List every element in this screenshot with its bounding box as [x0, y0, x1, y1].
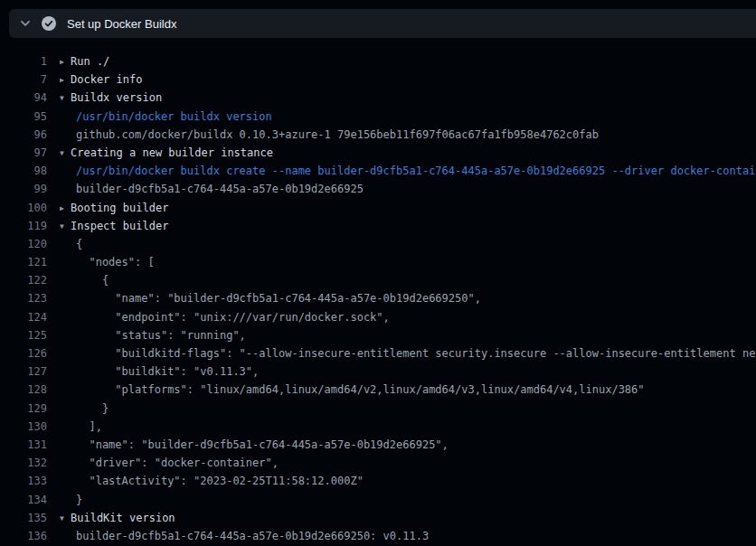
log-output-text: "status": "running", [60, 326, 756, 344]
log-line: 133 "lastActivity": "2023-02-25T11:58:12… [0, 472, 756, 490]
log-output-text: ], [60, 418, 756, 436]
log-output-text: { [60, 271, 756, 289]
log-group-row[interactable]: ▼Buildx version [60, 89, 756, 107]
log-viewer: 1 ▶Run ./ 7 ▶Docker info 94 ▼Buildx vers… [0, 38, 756, 546]
log-output-text: } [60, 400, 756, 418]
triangle-right-icon[interactable]: ▶ [60, 200, 71, 217]
triangle-right-icon[interactable]: ▶ [60, 53, 71, 71]
log-output-text: "platforms": "linux/amd64,linux/amd64/v2… [60, 381, 756, 399]
line-number[interactable]: 129 [0, 400, 47, 418]
triangle-down-icon[interactable]: ▼ [60, 510, 71, 527]
triangle-down-icon[interactable]: ▼ [60, 218, 71, 235]
line-number[interactable]: 122 [0, 271, 47, 289]
log-line: 129 } [0, 400, 756, 418]
step-title: Set up Docker Buildx [67, 17, 176, 31]
log-output-text: "endpoint": "unix:///var/run/docker.sock… [60, 308, 756, 326]
log-output-text: { [60, 235, 756, 253]
log-output-text: github.com/docker/buildx 0.10.3+azure-1 … [60, 126, 756, 144]
log-group-row[interactable]: ▼Inspect builder [60, 217, 756, 235]
log-line: 95 /usr/bin/docker buildx version [0, 108, 756, 126]
check-circle-icon [42, 16, 56, 31]
log-group-row[interactable]: ▶Run ./ [60, 52, 756, 71]
chevron-down-icon[interactable] [19, 17, 32, 30]
line-number[interactable]: 95 [0, 108, 47, 126]
line-number[interactable]: 119 [0, 217, 47, 235]
triangle-down-icon[interactable]: ▼ [60, 145, 71, 162]
line-number[interactable]: 7 [0, 71, 47, 89]
line-number[interactable]: 1 [0, 52, 47, 71]
log-line: 1 ▶Run ./ [0, 52, 756, 71]
line-number[interactable]: 96 [0, 126, 47, 144]
log-group-row[interactable]: ▼BuildKit version [60, 509, 756, 527]
log-group-row[interactable]: ▶Docker info [60, 71, 756, 89]
log-group-title[interactable]: Docker info [71, 73, 142, 86]
log-group-title[interactable]: Buildx version [71, 91, 162, 104]
log-line: 122 { [0, 271, 756, 289]
log-line: 127 "buildkit": "v0.11.3", [0, 362, 756, 381]
log-group-title[interactable]: Creating a new builder instance [71, 146, 273, 159]
log-line: 124 "endpoint": "unix:///var/run/docker.… [0, 308, 756, 326]
log-output-text: "lastActivity": "2023-02-25T11:58:12.000… [60, 472, 756, 490]
log-line: 100 ▶Booting builder [0, 199, 756, 217]
log-line: 136 builder-d9cfb5a1-c764-445a-a57e-0b19… [0, 527, 756, 545]
line-number[interactable]: 100 [0, 199, 47, 217]
log-group-title[interactable]: BuildKit version [71, 512, 175, 524]
line-number[interactable]: 94 [0, 89, 47, 107]
line-number[interactable]: 124 [0, 308, 47, 326]
log-line: 97 ▼Creating a new builder instance [0, 144, 756, 162]
line-number[interactable]: 123 [0, 289, 47, 307]
log-group-row[interactable]: ▼Creating a new builder instance [60, 144, 756, 162]
log-line: 99 builder-d9cfb5a1-c764-445a-a57e-0b19d… [0, 180, 756, 198]
line-number[interactable]: 131 [0, 436, 47, 454]
step-header[interactable]: Set up Docker Buildx [9, 9, 756, 38]
triangle-right-icon[interactable]: ▶ [60, 71, 71, 89]
line-number[interactable]: 132 [0, 454, 47, 472]
log-command-text: /usr/bin/docker buildx version [60, 108, 756, 126]
log-output-text: "name": "builder-d9cfb5a1-c764-445a-a57e… [60, 436, 756, 454]
log-output-text: "name": "builder-d9cfb5a1-c764-445a-a57e… [60, 289, 756, 307]
line-number[interactable]: 134 [0, 491, 47, 509]
log-line: 128 "platforms": "linux/amd64,linux/amd6… [0, 381, 756, 399]
line-number[interactable]: 136 [0, 527, 47, 545]
line-number[interactable]: 135 [0, 509, 47, 527]
log-line: 131 "name": "builder-d9cfb5a1-c764-445a-… [0, 436, 756, 454]
log-line: 135 ▼BuildKit version [0, 509, 756, 527]
log-group-title[interactable]: Booting builder [71, 202, 168, 214]
log-line: 98 /usr/bin/docker buildx create --name … [0, 162, 756, 180]
log-output-text: "driver": "docker-container", [60, 454, 756, 472]
log-line: 123 "name": "builder-d9cfb5a1-c764-445a-… [0, 289, 756, 307]
line-number[interactable]: 126 [0, 344, 47, 362]
log-line: 126 "buildkitd-flags": "--allow-insecure… [0, 344, 756, 362]
line-number[interactable]: 97 [0, 144, 47, 162]
line-number[interactable]: 120 [0, 235, 47, 253]
line-number[interactable]: 130 [0, 418, 47, 436]
line-number[interactable]: 98 [0, 162, 47, 180]
line-number[interactable]: 128 [0, 381, 47, 399]
triangle-down-icon[interactable]: ▼ [60, 89, 71, 107]
line-number[interactable]: 127 [0, 362, 47, 381]
log-output-text: builder-d9cfb5a1-c764-445a-a57e-0b19d2e6… [60, 527, 756, 545]
log-line: 130 ], [0, 418, 756, 436]
log-line: 132 "driver": "docker-container", [0, 454, 756, 472]
log-line: 125 "status": "running", [0, 326, 756, 344]
log-line: 120 { [0, 235, 756, 253]
line-number[interactable]: 133 [0, 472, 47, 490]
log-group-title[interactable]: Inspect builder [71, 220, 168, 232]
log-line: 121 "nodes": [ [0, 253, 756, 271]
log-line: 96 github.com/docker/buildx 0.10.3+azure… [0, 126, 756, 144]
line-number[interactable]: 121 [0, 253, 47, 271]
log-output-text: } [60, 491, 756, 509]
log-output-text: "buildkit": "v0.11.3", [60, 362, 756, 381]
log-output-text: "buildkitd-flags": "--allow-insecure-ent… [60, 344, 756, 362]
log-line: 7 ▶Docker info [0, 71, 756, 89]
log-output-text: "nodes": [ [60, 253, 756, 271]
log-line: 119 ▼Inspect builder [0, 217, 756, 235]
log-group-row[interactable]: ▶Booting builder [60, 199, 756, 217]
log-group-title[interactable]: Run ./ [71, 55, 109, 68]
log-line: 134 } [0, 491, 756, 509]
log-line: 94 ▼Buildx version [0, 89, 756, 107]
line-number[interactable]: 125 [0, 326, 47, 344]
log-command-text: /usr/bin/docker buildx create --name bui… [60, 162, 756, 180]
log-output-text: builder-d9cfb5a1-c764-445a-a57e-0b19d2e6… [60, 180, 756, 198]
line-number[interactable]: 99 [0, 180, 47, 198]
